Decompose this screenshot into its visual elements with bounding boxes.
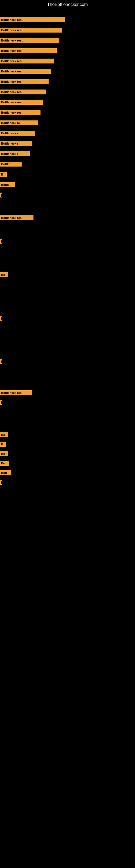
- bar-fill: [18, 151, 30, 156]
- bar-fill: [6, 272, 8, 277]
- bar-fill: [23, 100, 43, 105]
- bar-fill: [23, 110, 41, 115]
- site-title: TheBottlenecker.com: [0, 0, 135, 9]
- bar-item: Bottleneck res: [0, 69, 51, 74]
- bar-item: Bottleneck res: [0, 100, 43, 105]
- bar-label: Bottle: [0, 182, 11, 187]
- bar-label: Bottleneck re: [0, 120, 21, 125]
- bar-label: |: [0, 359, 2, 364]
- bar-item: Bottleneck e: [0, 151, 30, 156]
- bar-label: Bott: [0, 470, 8, 475]
- bar-label: Bo: [0, 452, 6, 456]
- bar-item: |: [0, 193, 2, 197]
- bar-fill: [5, 172, 7, 177]
- bar-item: Bottleneck re: [0, 120, 38, 125]
- bar-label: Bottleneck res: [0, 90, 24, 94]
- bar-item: Bottleneck res: [0, 48, 57, 53]
- bar-item: Bottlen: [0, 162, 21, 166]
- bar-label: Bottleneck res: [0, 59, 24, 63]
- bar-fill: [11, 182, 15, 187]
- bar-item: |: [0, 359, 2, 364]
- bar-item: B: [0, 172, 7, 177]
- bar-fill: [23, 390, 32, 395]
- bar-fill: [21, 120, 38, 125]
- bar-fill: [24, 48, 57, 53]
- bar-fill: [24, 90, 46, 94]
- bar-label: Bottleneck resu: [0, 38, 26, 43]
- bar-label: |: [0, 480, 2, 485]
- bar-label: Bottleneck e: [0, 151, 18, 156]
- bar-fill: [6, 432, 8, 437]
- bar-fill: [23, 215, 34, 220]
- bar-label: |: [0, 400, 2, 405]
- bar-item: Bottleneck resu: [0, 28, 62, 33]
- bar-item: Bottleneck r: [0, 141, 32, 146]
- bar-label: Bottleneck resu: [0, 28, 26, 33]
- bar-fill: [8, 470, 11, 475]
- bar-item: Bottle: [0, 182, 15, 187]
- bar-item: |: [0, 316, 2, 321]
- bar-label: |: [0, 193, 2, 197]
- bar-item: Bo: [0, 272, 8, 277]
- bar-fill: [5, 442, 6, 447]
- bar-item: Bottleneck res: [0, 215, 34, 220]
- bar-fill: [24, 69, 51, 74]
- bar-label: Bottleneck res: [0, 79, 24, 84]
- bar-fill: [26, 38, 59, 43]
- bar-label: Bottleneck res: [0, 48, 24, 53]
- bar-item: Bo: [0, 432, 8, 437]
- bar-label: Bo: [0, 432, 6, 437]
- bar-label: Bo: [0, 461, 6, 466]
- bar-label: Bottleneck res: [0, 110, 23, 115]
- bar-label: Bottleneck r: [0, 131, 20, 135]
- bar-item: |: [0, 239, 2, 244]
- bar-item: Bottleneck res: [0, 90, 46, 94]
- bar-fill: [20, 141, 32, 146]
- bar-item: Bottleneck r: [0, 131, 35, 135]
- bar-label: Bottleneck res: [0, 390, 23, 395]
- bar-fill: [13, 162, 21, 166]
- bar-label: Bottlen: [0, 162, 13, 166]
- bar-label: B: [0, 172, 5, 177]
- bar-item: Bottleneck res: [0, 59, 54, 63]
- bar-fill: [24, 79, 49, 84]
- bar-label: |: [0, 239, 2, 244]
- bar-item: Bottleneck resu: [0, 38, 59, 43]
- bar-fill: [20, 131, 35, 135]
- bar-label: B: [0, 442, 5, 447]
- bar-item: Bo: [0, 452, 8, 456]
- bar-fill: [6, 461, 9, 466]
- bar-label: |: [0, 316, 2, 321]
- bar-fill: [24, 59, 54, 63]
- bar-item: B: [0, 442, 6, 447]
- bar-label: Bo: [0, 272, 6, 277]
- bar-item: Bo: [0, 461, 9, 466]
- bar-item: Bottleneck resu: [0, 18, 65, 22]
- bar-item: Bott: [0, 470, 11, 475]
- bar-label: Bottleneck r: [0, 141, 20, 146]
- bar-fill: [26, 28, 62, 33]
- bar-item: Bottleneck res: [0, 110, 41, 115]
- bar-item: |: [0, 480, 2, 485]
- bar-label: Bottleneck res: [0, 69, 24, 74]
- bar-item: Bottleneck res: [0, 390, 32, 395]
- bar-item: Bottleneck res: [0, 79, 49, 84]
- bar-label: Bottleneck resu: [0, 18, 26, 22]
- bar-fill: [6, 452, 8, 456]
- bar-label: Bottleneck res: [0, 215, 23, 220]
- bar-label: Bottleneck res: [0, 100, 23, 105]
- bar-fill: [26, 18, 65, 22]
- bar-item: |: [0, 400, 2, 405]
